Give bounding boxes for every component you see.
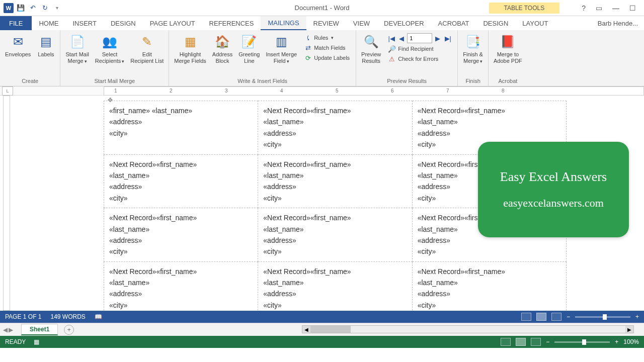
tab-insert[interactable]: INSERT (65, 16, 103, 30)
start-merge-icon: 📄 (69, 33, 86, 50)
save-icon[interactable]: 💾 (15, 3, 26, 14)
label-cell[interactable]: «Next Record»«first_name» «last_name» «a… (258, 154, 412, 208)
tab-design[interactable]: DESIGN (104, 16, 143, 30)
first-record-icon[interactable]: |◀ (387, 33, 396, 43)
sheet-nav-prev-icon[interactable]: ◀ (3, 326, 8, 333)
scroll-thumb[interactable] (310, 326, 351, 333)
labels-button[interactable]: ▤Labels (35, 32, 57, 59)
ruler-number: 2 (170, 88, 173, 94)
tab-table-layout[interactable]: LAYOUT (515, 16, 555, 30)
ruler-track[interactable]: 12345678 (104, 86, 644, 96)
label-cell[interactable]: «Next Record»«first_name» «last_name» «a… (258, 101, 412, 155)
select-recipients-button[interactable]: 👥Select Recipients▾ (93, 32, 126, 66)
preview-results-button[interactable]: 🔍Preview Results (359, 32, 383, 65)
label-cell[interactable]: «Next Record»«first_name» «last_name» «a… (104, 261, 258, 311)
excel-zoom-level[interactable]: 100% (623, 338, 639, 345)
ruler-number: 3 (225, 88, 228, 94)
finish-merge-button[interactable]: 📑Finish & Merge▾ (461, 32, 485, 66)
address-icon: 🏠 (214, 33, 231, 50)
label-cell[interactable]: «Next Record»«first_name» «last_name» «a… (412, 261, 566, 311)
greeting-icon: 📝 (240, 33, 258, 50)
tab-view[interactable]: VIEW (346, 16, 377, 30)
insert-merge-field-button[interactable]: ▥Insert Merge Field▾ (264, 32, 299, 66)
view-read-mode-icon[interactable] (521, 313, 531, 321)
minimize-icon[interactable]: — (609, 4, 622, 12)
qat-customize-icon[interactable]: ▾ (51, 3, 62, 14)
merge-field-icon: ▥ (273, 33, 290, 50)
horizontal-scrollbar[interactable]: ◀ ▶ (302, 325, 634, 333)
zoom-in-icon[interactable]: + (635, 313, 639, 320)
find-recipient-button[interactable]: 🔎Find Recipient (387, 44, 452, 53)
match-fields-button[interactable]: ⇄Match Fields (303, 43, 351, 52)
greeting-line-button[interactable]: 📝Greeting Line (236, 32, 262, 65)
status-page[interactable]: PAGE 1 OF 1 (5, 313, 41, 320)
excel-status-bar: READY ▦ − + 100% (0, 336, 644, 348)
update-labels-button[interactable]: ⟳Update Labels (303, 53, 351, 62)
tab-page-layout[interactable]: PAGE LAYOUT (143, 16, 202, 30)
tab-table-design[interactable]: DESIGN (476, 16, 515, 30)
start-mail-merge-button[interactable]: 📄Start Mail Merge▾ (63, 32, 91, 66)
zoom-slider[interactable] (575, 316, 630, 318)
merge-to-pdf-button[interactable]: 📕Merge to Adobe PDF (492, 32, 524, 65)
address-block-button[interactable]: 🏠Address Block (210, 32, 234, 65)
excel-zoom-slider[interactable] (554, 341, 610, 343)
tab-review[interactable]: REVIEW (306, 16, 346, 30)
tab-file[interactable]: FILE (0, 16, 32, 30)
macro-record-icon[interactable]: ▦ (34, 338, 39, 345)
label-cell[interactable]: «Next Record»«first_name» «last_name» «a… (104, 154, 258, 208)
tab-mailings[interactable]: MAILINGS (261, 16, 306, 30)
proofing-icon[interactable]: 📖 (95, 313, 102, 320)
label-cell[interactable]: «first_name» «last_name» «address» «city… (104, 101, 258, 155)
view-web-layout-icon[interactable] (551, 313, 561, 321)
help-icon[interactable]: ? (579, 4, 589, 12)
excel-view-page-break-icon[interactable] (531, 338, 541, 346)
vertical-ruler[interactable] (0, 96, 13, 311)
sheet-nav-next-icon[interactable]: ▶ (9, 326, 13, 333)
tab-acrobat[interactable]: ACROBAT (431, 16, 476, 30)
sheet-tab-sheet1[interactable]: Sheet1 (21, 324, 58, 335)
scroll-left-icon[interactable]: ◀ (302, 326, 310, 333)
envelopes-button[interactable]: ✉Envelopes (3, 32, 33, 59)
label-cell[interactable]: «Next Record»«first_name» «last_name» «a… (104, 208, 258, 262)
envelope-icon: ✉ (10, 33, 27, 50)
label-cell[interactable]: «Next Record»«first_name» «last_name» «a… (258, 261, 412, 311)
tab-references[interactable]: REFERENCES (202, 16, 261, 30)
zoom-out-icon[interactable]: − (567, 313, 570, 320)
scroll-right-icon[interactable]: ▶ (625, 326, 633, 333)
excel-view-normal-icon[interactable] (501, 338, 511, 346)
excel-zoom-out-icon[interactable]: − (546, 338, 549, 345)
group-acrobat: 📕Merge to Adobe PDF Acrobat (489, 30, 527, 86)
prev-record-icon[interactable]: ◀ (397, 33, 406, 43)
rules-button[interactable]: ⤹Rules▾ (303, 33, 351, 42)
edit-recipient-list-button[interactable]: ✎Edit Recipient List (128, 32, 166, 65)
undo-icon[interactable]: ↶ (27, 3, 38, 14)
record-number-input[interactable] (407, 33, 432, 43)
horizontal-ruler[interactable]: L 12345678 (0, 86, 644, 96)
redo-icon[interactable]: ↻ (39, 3, 50, 14)
new-sheet-icon[interactable]: + (64, 325, 74, 335)
ruler-number: 7 (446, 88, 449, 94)
tab-selector-icon[interactable]: L (2, 86, 13, 96)
ribbon-options-icon[interactable]: ▭ (593, 4, 605, 12)
ribbon-tabs: FILE HOME INSERT DESIGN PAGE LAYOUT REFE… (0, 16, 644, 30)
contextual-tab-label: TABLE TOOLS (489, 3, 560, 14)
excel-zoom-in-icon[interactable]: + (615, 338, 618, 345)
tab-home[interactable]: HOME (32, 16, 65, 30)
check-errors-button[interactable]: ⚠Check for Errors (387, 54, 452, 63)
tab-developer[interactable]: DEVELOPER (377, 16, 431, 30)
maximize-icon[interactable]: ☐ (626, 4, 639, 12)
account-name[interactable]: Barb Hende... (591, 16, 644, 30)
excel-view-page-layout-icon[interactable] (516, 338, 526, 346)
ruler-number: 5 (336, 88, 339, 94)
edit-list-icon: ✎ (138, 33, 155, 50)
view-print-layout-icon[interactable] (536, 313, 546, 321)
pdf-icon: 📕 (499, 33, 516, 50)
check-icon: ⚠ (388, 55, 396, 63)
last-record-icon[interactable]: ▶| (443, 33, 452, 43)
label-cell[interactable]: «Next Record»«first_name» «last_name» «a… (258, 208, 412, 262)
next-record-icon[interactable]: ▶ (433, 33, 442, 43)
table-move-handle-icon[interactable]: ✥ (108, 97, 113, 104)
highlight-merge-fields-button[interactable]: ▦Highlight Merge Fields (172, 32, 208, 65)
status-word-count[interactable]: 149 WORDS (50, 313, 85, 320)
window-title: Document1 - Word (295, 4, 350, 12)
